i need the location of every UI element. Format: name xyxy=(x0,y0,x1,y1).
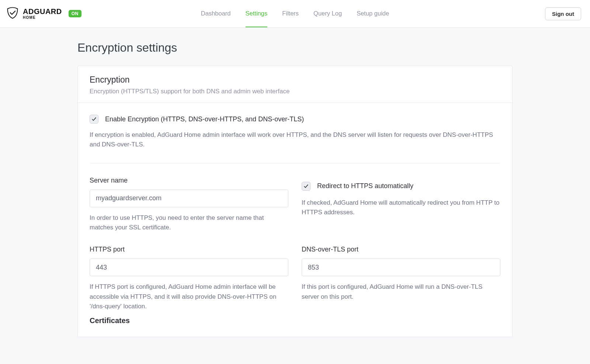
card-body: Enable Encryption (HTTPS, DNS-over-HTTPS… xyxy=(78,103,512,337)
nav-filters[interactable]: Filters xyxy=(282,0,299,27)
status-badge: ON xyxy=(69,10,81,17)
brand-name: ADGUARD xyxy=(23,8,62,15)
page-title: Encryption settings xyxy=(77,41,513,55)
server-name-help: In order to use HTTPS, you need to enter… xyxy=(90,213,288,233)
card-subtitle: Encryption (HTTPS/TLS) support for both … xyxy=(90,88,500,95)
redirect-help: If checked, AdGuard Home will automatica… xyxy=(302,198,500,218)
nav-settings[interactable]: Settings xyxy=(246,0,268,27)
main-nav: Dashboard Settings Filters Query Log Set… xyxy=(201,0,389,27)
brand-text: ADGUARD HOME xyxy=(23,8,62,20)
enable-encryption-help: If encryption is enabled, AdGuard Home a… xyxy=(90,130,500,150)
nav-setupguide[interactable]: Setup guide xyxy=(357,0,389,27)
header-left: ADGUARD HOME ON xyxy=(6,6,81,21)
enable-encryption-checkbox[interactable] xyxy=(90,115,98,124)
dot-port-label: DNS-over-TLS port xyxy=(302,246,500,253)
https-port-input[interactable] xyxy=(90,259,288,276)
redirect-block: Redirect to HTTPS automatically If check… xyxy=(302,177,500,233)
card-header: Encryption Encryption (HTTPS/TLS) suppor… xyxy=(78,66,512,103)
dot-port-block: DNS-over-TLS port If this port is config… xyxy=(302,246,500,311)
server-name-label: Server name xyxy=(90,177,288,184)
dot-port-help: If this port is configured, AdGuard Home… xyxy=(302,282,500,302)
shield-check-icon xyxy=(6,6,19,21)
enable-encryption-label: Enable Encryption (HTTPS, DNS-over-HTTPS… xyxy=(105,115,304,123)
dot-port-input[interactable] xyxy=(302,259,500,276)
card-title: Encryption xyxy=(90,75,500,85)
header-bar: ADGUARD HOME ON Dashboard Settings Filte… xyxy=(0,0,590,28)
page-container: Encryption settings Encryption Encryptio… xyxy=(77,28,513,337)
brand-sub: HOME xyxy=(23,16,62,20)
server-name-block: Server name In order to use HTTPS, you n… xyxy=(90,177,288,233)
sign-out-button[interactable]: Sign out xyxy=(545,7,581,20)
redirect-row: Redirect to HTTPS automatically xyxy=(302,182,500,191)
header-right: Sign out xyxy=(545,7,581,20)
redirect-label: Redirect to HTTPS automatically xyxy=(317,182,413,190)
nav-querylog[interactable]: Query Log xyxy=(313,0,342,27)
section-divider xyxy=(90,163,500,163)
https-port-help: If HTTPS port is configured, AdGuard Hom… xyxy=(90,282,288,311)
https-port-block: HTTPS port If HTTPS port is configured, … xyxy=(90,246,288,311)
fields-grid: Server name In order to use HTTPS, you n… xyxy=(90,177,500,312)
server-name-input[interactable] xyxy=(90,190,288,207)
brand-logo-group[interactable]: ADGUARD HOME xyxy=(6,6,62,21)
enable-encryption-row: Enable Encryption (HTTPS, DNS-over-HTTPS… xyxy=(90,115,500,124)
certificates-title: Certificates xyxy=(90,316,500,325)
nav-dashboard[interactable]: Dashboard xyxy=(201,0,231,27)
https-port-label: HTTPS port xyxy=(90,246,288,253)
encryption-card: Encryption Encryption (HTTPS/TLS) suppor… xyxy=(77,66,513,337)
redirect-checkbox[interactable] xyxy=(302,182,310,191)
